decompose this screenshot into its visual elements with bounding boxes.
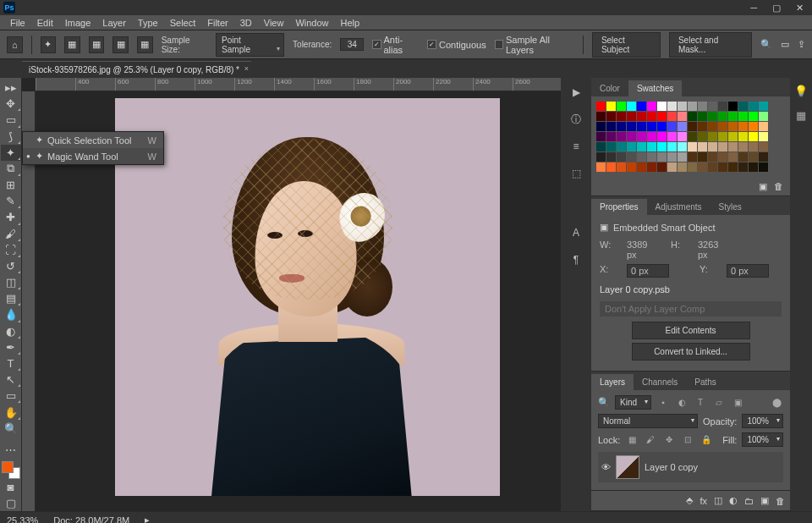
opacity-input[interactable]: 100% xyxy=(742,414,783,428)
brush-tool[interactable]: 🖌 xyxy=(1,226,21,242)
swatch[interactable] xyxy=(738,122,748,131)
swatch[interactable] xyxy=(678,132,687,141)
sample-size-select[interactable]: Point Sample xyxy=(216,33,284,57)
swatch[interactable] xyxy=(647,152,656,162)
swatch[interactable] xyxy=(627,162,636,172)
swatch[interactable] xyxy=(738,162,748,172)
swatch[interactable] xyxy=(718,142,727,151)
menu-3d[interactable]: 3D xyxy=(235,16,257,30)
swatch[interactable] xyxy=(606,132,616,141)
swatch[interactable] xyxy=(606,152,616,162)
swatch[interactable] xyxy=(708,162,717,172)
swatch[interactable] xyxy=(657,112,667,121)
swatch[interactable] xyxy=(657,102,667,111)
swatch[interactable] xyxy=(749,112,758,121)
swatch[interactable] xyxy=(606,122,616,131)
swatch[interactable] xyxy=(647,122,656,131)
swatch[interactable] xyxy=(596,142,606,151)
menu-help[interactable]: Help xyxy=(336,16,365,30)
swatch[interactable] xyxy=(617,142,626,151)
menu-select[interactable]: Select xyxy=(165,16,201,30)
swatch[interactable] xyxy=(667,132,677,141)
frame-tool[interactable]: ⊞ xyxy=(1,177,21,193)
swatch[interactable] xyxy=(759,162,768,172)
color-panel-icon[interactable]: ▶ xyxy=(567,83,585,102)
tab-paths[interactable]: Paths xyxy=(686,374,725,390)
swatch[interactable] xyxy=(718,122,727,131)
swatch[interactable] xyxy=(678,112,687,121)
edit-toolbar-icon[interactable]: ⋯ xyxy=(1,442,21,458)
swatch[interactable] xyxy=(667,102,677,111)
swatch[interactable] xyxy=(698,152,707,162)
menu-image[interactable]: Image xyxy=(60,16,96,30)
swatch[interactable] xyxy=(606,112,616,121)
swatch[interactable] xyxy=(667,162,677,172)
swatch[interactable] xyxy=(606,102,616,111)
marquee-tool[interactable]: ▭ xyxy=(1,112,21,128)
tab-layers[interactable]: Layers xyxy=(591,374,634,390)
char-panel-icon[interactable]: A xyxy=(567,223,585,242)
swatch[interactable] xyxy=(637,152,646,162)
swatch[interactable] xyxy=(688,132,697,141)
move-tool[interactable]: ✥ xyxy=(1,96,21,112)
select-mask-button[interactable]: Select and Mask... xyxy=(669,32,752,58)
canvas[interactable] xyxy=(115,98,500,496)
swatch[interactable] xyxy=(688,152,697,162)
swatch[interactable] xyxy=(627,102,636,111)
menu-view[interactable]: View xyxy=(259,16,289,30)
gradient-tool[interactable]: ▤ xyxy=(1,290,21,306)
history-brush-tool[interactable]: ↺ xyxy=(1,258,21,274)
para-panel-icon[interactable]: ¶ xyxy=(567,250,585,269)
swatch[interactable] xyxy=(708,152,717,162)
filter-type-icon[interactable]: T xyxy=(694,397,707,409)
swatch[interactable] xyxy=(657,132,667,141)
swatch[interactable] xyxy=(728,152,738,162)
frames-icon[interactable]: ▦ xyxy=(796,109,806,122)
menu-file[interactable]: File xyxy=(5,16,30,30)
swatch[interactable] xyxy=(627,142,636,151)
tab-channels[interactable]: Channels xyxy=(634,374,686,390)
swatch[interactable] xyxy=(678,102,687,111)
new-selection-icon[interactable]: ▦ xyxy=(64,36,80,53)
swatch[interactable] xyxy=(637,162,646,172)
path-tool[interactable]: ↖ xyxy=(1,372,21,388)
lock-trans-icon[interactable]: ▦ xyxy=(625,434,639,446)
swatch[interactable] xyxy=(667,142,677,151)
swatch[interactable] xyxy=(749,132,758,141)
swatch[interactable] xyxy=(637,112,646,121)
eraser-tool[interactable]: ◫ xyxy=(1,274,21,290)
visibility-icon[interactable]: 👁 xyxy=(601,462,611,472)
eyedropper-tool[interactable]: ✎ xyxy=(1,193,21,209)
swatches-grid[interactable] xyxy=(591,96,790,177)
flyout-magic-wand[interactable]: ●✦Magic Wand ToolW xyxy=(23,148,163,164)
tool-preset-icon[interactable]: ✦ xyxy=(41,36,57,53)
swatch[interactable] xyxy=(738,152,748,162)
swatch[interactable] xyxy=(759,102,768,111)
type-tool[interactable]: T xyxy=(1,355,21,372)
swatch[interactable] xyxy=(688,142,697,151)
swatch[interactable] xyxy=(749,122,758,131)
swatch[interactable] xyxy=(647,142,656,151)
swatch[interactable] xyxy=(627,112,636,121)
document-tab[interactable]: iStock-935978266.jpg @ 25.3% (Layer 0 co… xyxy=(22,61,251,78)
swatch[interactable] xyxy=(647,132,656,141)
swatch[interactable] xyxy=(617,102,626,111)
swatch[interactable] xyxy=(678,142,687,151)
tolerance-input[interactable]: 34 xyxy=(340,38,364,51)
link-layers-icon[interactable]: ⬘ xyxy=(686,495,693,506)
swatch[interactable] xyxy=(617,122,626,131)
convert-linked-button[interactable]: Convert to Linked... xyxy=(632,343,750,361)
dodge-tool[interactable]: ◐ xyxy=(1,323,21,339)
tab-properties[interactable]: Properties xyxy=(591,199,647,215)
swatch[interactable] xyxy=(647,162,656,172)
lock-all-icon[interactable]: 🔒 xyxy=(700,434,713,446)
new-layer-icon[interactable]: ▣ xyxy=(760,495,769,506)
delete-layer-icon[interactable]: 🗑 xyxy=(776,496,785,506)
menu-layer[interactable]: Layer xyxy=(97,16,131,30)
swatch[interactable] xyxy=(749,102,758,111)
adjustment-layer-icon[interactable]: ◐ xyxy=(729,495,738,506)
share-icon[interactable]: ⇪ xyxy=(798,39,805,50)
flyout-quick-selection[interactable]: ✦Quick Selection ToolW xyxy=(23,132,163,148)
swatch[interactable] xyxy=(596,102,606,111)
shape-tool[interactable]: ▭ xyxy=(1,388,21,404)
